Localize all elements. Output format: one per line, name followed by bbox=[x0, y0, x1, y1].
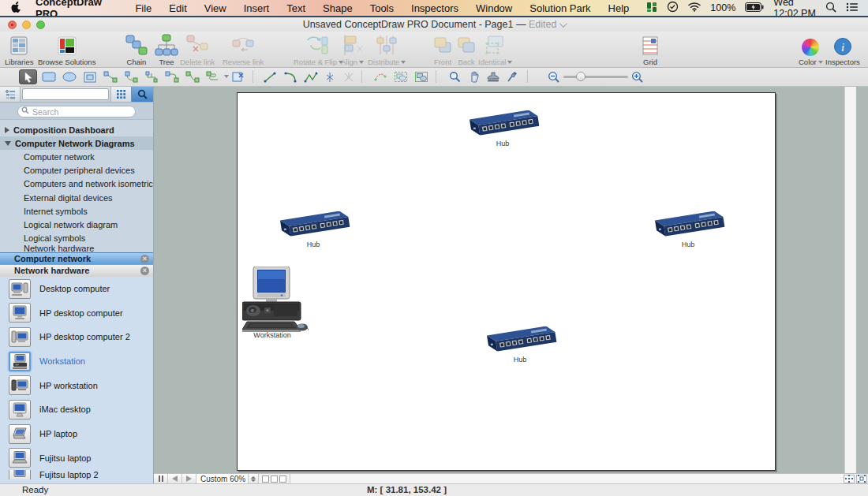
tree-item-internet-symbols[interactable]: Internet symbols bbox=[0, 204, 153, 218]
hub-shape[interactable]: Hub bbox=[275, 211, 351, 248]
library-search-button[interactable] bbox=[131, 87, 153, 102]
zoom-out-button[interactable] bbox=[544, 69, 563, 84]
page-tab[interactable] bbox=[271, 475, 278, 483]
ungroup-tool[interactable] bbox=[412, 69, 430, 84]
zoom-slider-thumb[interactable] bbox=[576, 72, 586, 81]
vertical-tree-tool[interactable] bbox=[320, 69, 339, 84]
select-tool[interactable] bbox=[19, 69, 37, 84]
shape-item-fujitsu-laptop[interactable]: Fujitsu laptop bbox=[0, 446, 153, 471]
page-tab[interactable] bbox=[279, 475, 286, 483]
frame-tool[interactable] bbox=[80, 69, 99, 84]
tree-button[interactable]: Tree bbox=[155, 34, 178, 66]
shape-item-hp-desktop-computer[interactable]: HP desktop computer bbox=[0, 300, 153, 325]
shape-item-hp-laptop[interactable]: HP laptop bbox=[0, 422, 153, 446]
apple-menu-icon[interactable] bbox=[11, 1, 21, 15]
library-tab-computer-network[interactable]: Computer network × bbox=[0, 252, 153, 265]
connector-tool[interactable] bbox=[101, 69, 119, 84]
control-list-icon[interactable] bbox=[846, 2, 859, 14]
tree-item-network-hardware-clipped[interactable]: Network hardware bbox=[0, 245, 153, 252]
inspectors-button[interactable]: i Inspectors bbox=[825, 34, 860, 66]
eyedropper-tool[interactable] bbox=[503, 69, 521, 84]
canvas-area[interactable]: Hub bbox=[154, 87, 856, 473]
zoom-tool[interactable] bbox=[446, 69, 464, 84]
tree-connector-tool[interactable] bbox=[142, 69, 160, 84]
rectangle-tool[interactable] bbox=[39, 69, 58, 84]
title-chevron-icon[interactable] bbox=[559, 20, 567, 28]
tree-item-computers-and-network-isometric[interactable]: Computers and network isometric bbox=[0, 177, 153, 191]
spotlight-icon[interactable] bbox=[825, 2, 836, 15]
zoom-stepper[interactable] bbox=[249, 474, 259, 484]
vertical-scrollbar[interactable] bbox=[844, 87, 856, 473]
chain-button[interactable]: Chain bbox=[125, 34, 148, 66]
menu-shape[interactable]: Shape bbox=[323, 2, 353, 14]
zoom-value-field[interactable]: Custom 60% bbox=[196, 474, 249, 484]
wifi-icon[interactable] bbox=[688, 2, 701, 14]
pan-tool[interactable] bbox=[465, 69, 483, 84]
tree-item-logical-symbols[interactable]: Logical symbols bbox=[0, 232, 153, 245]
next-page-button[interactable] bbox=[182, 474, 196, 484]
ellipse-tool[interactable] bbox=[60, 69, 78, 84]
app-grid-icon[interactable] bbox=[646, 2, 657, 15]
curve-connector-tool[interactable] bbox=[183, 69, 201, 84]
hub-shape[interactable]: Hub bbox=[650, 211, 726, 248]
chain-connector-tool[interactable] bbox=[204, 69, 222, 84]
mouse-shape[interactable] bbox=[296, 320, 309, 334]
shape-item-imac-desktop[interactable]: iMac desktop bbox=[0, 397, 153, 422]
reverse-link-icon bbox=[231, 34, 255, 56]
pan-navigator-button[interactable] bbox=[844, 475, 855, 483]
tree-item-computer-network[interactable]: Computer network bbox=[0, 150, 153, 163]
color-button[interactable]: Color bbox=[799, 34, 823, 66]
menu-insert[interactable]: Insert bbox=[244, 2, 270, 14]
shape-item-hp-desktop-computer-2[interactable]: HP desktop computer 2 bbox=[0, 325, 153, 349]
zoom-in-button[interactable] bbox=[628, 69, 646, 84]
polyline-tool[interactable] bbox=[301, 69, 320, 84]
menu-window[interactable]: Window bbox=[476, 2, 512, 14]
browse-solutions-button[interactable]: Browse Solutions bbox=[38, 34, 95, 66]
menu-text[interactable]: Text bbox=[286, 2, 305, 14]
pause-pages-button[interactable] bbox=[154, 474, 168, 484]
shape-item-desktop-computer[interactable]: Desktop computer bbox=[0, 277, 153, 301]
arc-connector-tool[interactable] bbox=[122, 69, 140, 84]
grid-view-button[interactable] bbox=[110, 87, 131, 102]
library-tab-network-hardware[interactable]: Network hardware × bbox=[0, 264, 153, 277]
window-title: Unsaved ConceptDraw PRO Document - Page1… bbox=[0, 19, 868, 30]
grid-button[interactable]: Grid bbox=[641, 34, 660, 66]
shape-item-hp-workstation[interactable]: HP workstation bbox=[0, 373, 153, 397]
round-connector-tool[interactable] bbox=[163, 69, 181, 84]
close-library-icon[interactable]: × bbox=[140, 255, 149, 263]
zoom-navigator-button[interactable] bbox=[856, 475, 867, 483]
line-tool[interactable] bbox=[260, 69, 279, 84]
close-library-icon[interactable]: × bbox=[140, 267, 149, 275]
menu-inspectors[interactable]: Inspectors bbox=[411, 2, 458, 14]
close-shape-tool[interactable] bbox=[229, 69, 247, 84]
search-input[interactable] bbox=[17, 106, 136, 117]
menu-help[interactable]: Help bbox=[608, 2, 630, 14]
menu-file[interactable]: File bbox=[135, 2, 152, 14]
reshape-tool[interactable] bbox=[371, 69, 389, 84]
tree-item-computer-peripheral-devices[interactable]: Computer peripheral devices bbox=[0, 164, 153, 177]
menu-edit[interactable]: Edit bbox=[169, 2, 186, 14]
tree-item-composition-dashboard[interactable]: Composition Dashboard bbox=[0, 123, 153, 136]
check-circle-icon[interactable] bbox=[667, 1, 679, 15]
tree-view-button[interactable] bbox=[0, 87, 21, 102]
stamp-tool[interactable] bbox=[484, 69, 502, 84]
menu-solution-park[interactable]: Solution Park bbox=[529, 2, 590, 14]
group-tool[interactable] bbox=[391, 69, 410, 84]
tree-item-logical-network-diagram[interactable]: Logical network diagram bbox=[0, 218, 153, 231]
tree-item-external-digital-devices[interactable]: External digital devices bbox=[0, 191, 153, 204]
document-page[interactable]: Hub bbox=[237, 92, 776, 471]
previous-page-button[interactable] bbox=[168, 474, 182, 484]
libraries-button[interactable]: Libraries bbox=[5, 34, 33, 66]
shape-item-fujitsu-laptop-2-clipped[interactable]: Fujitsu laptop 2 bbox=[0, 470, 153, 479]
tree-item-computer-network-diagrams[interactable]: Computer Network Diagrams bbox=[0, 136, 153, 150]
menu-view[interactable]: View bbox=[204, 2, 226, 14]
shape-item-workstation[interactable]: Workstation bbox=[0, 349, 153, 374]
page-tab[interactable] bbox=[262, 475, 269, 483]
library-filter-input[interactable] bbox=[22, 88, 109, 100]
zoom-slider-track[interactable] bbox=[563, 76, 628, 78]
arc-tool[interactable] bbox=[281, 69, 299, 84]
hub-shape[interactable]: Hub bbox=[465, 110, 541, 147]
menu-tools[interactable]: Tools bbox=[370, 2, 394, 14]
horizontal-scrollbar[interactable] bbox=[290, 474, 843, 484]
hub-shape[interactable]: Hub bbox=[482, 326, 558, 363]
